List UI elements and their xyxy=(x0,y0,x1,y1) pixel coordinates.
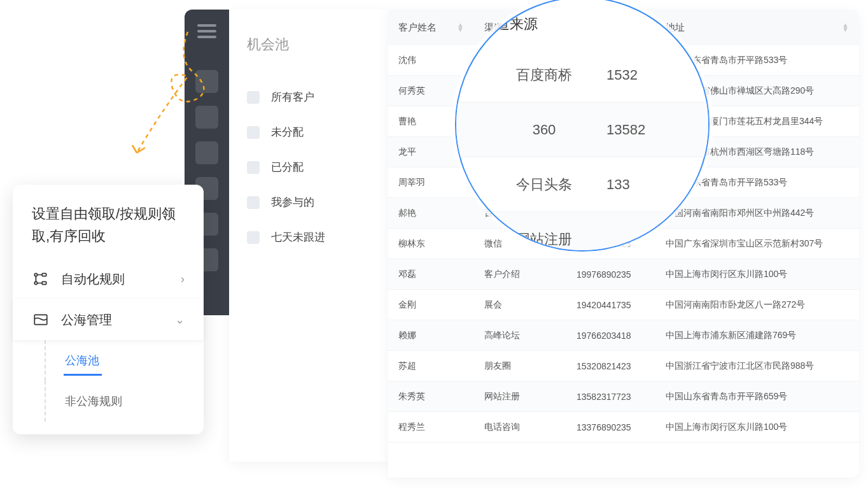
cell-phone: 19420441735 xyxy=(566,300,655,310)
filter-item-2[interactable]: 已分配 xyxy=(247,150,370,185)
filter-item-4[interactable]: 七天未跟进 xyxy=(247,220,370,255)
svg-rect-3 xyxy=(42,282,46,285)
cell-channel: 高峰论坛 xyxy=(474,330,566,341)
settings-label-pool: 公海管理 xyxy=(61,311,175,329)
filter-item-0[interactable]: 所有客户 xyxy=(247,80,370,115)
settings-row-automation[interactable]: 自动化规则 › xyxy=(13,259,204,299)
chevron-right-icon: › xyxy=(181,273,185,286)
filter-item-label: 七天未跟进 xyxy=(271,230,325,245)
settings-sub-items: 公海池 非公海规则 xyxy=(13,340,204,422)
checkbox-icon[interactable] xyxy=(247,161,260,174)
cell-name: 程秀兰 xyxy=(388,422,474,433)
chevron-down-icon: ⌄ xyxy=(175,313,185,327)
cell-channel: 展会 xyxy=(474,299,566,311)
mag-cell-channel: 百度商桥 xyxy=(482,66,606,85)
table-row[interactable]: 朱秀英网站注册13582317723中国山东省青岛市开平路659号 xyxy=(388,381,859,412)
filter-item-1[interactable]: 未分配 xyxy=(247,115,370,150)
filter-item-label: 已分配 xyxy=(271,160,304,174)
cell-phone: 19766203418 xyxy=(566,331,655,341)
cell-address: 中国广东省深圳市宝山区示范新村307号 xyxy=(655,238,859,250)
th-address[interactable]: 地址 ▲▼ xyxy=(655,22,859,34)
sort-icon[interactable]: ▲▼ xyxy=(842,23,849,31)
magnifier-row: 百度商桥1532 xyxy=(456,48,708,103)
table-row[interactable]: 程秀兰电话咨询13376890235中国上海市闵行区东川路100号 xyxy=(388,412,859,443)
magnifier-row: 36013582 xyxy=(456,103,708,157)
filter-item-label: 所有客户 xyxy=(271,90,314,104)
cell-address: 中国上海市浦东新区浦建路769号 xyxy=(655,330,859,341)
mag-cell-channel: 360 xyxy=(482,122,606,138)
cell-name: 沈伟 xyxy=(388,55,474,66)
cell-channel: 客户介绍 xyxy=(474,269,566,280)
table-row[interactable]: 苏超朋友圈15320821423中国浙江省宁波市江北区市民路988号 xyxy=(388,351,859,381)
cell-address: 中国山东省青岛市开平路659号 xyxy=(655,391,859,402)
settings-title: 设置自由领取/按规则领取,有序回收 xyxy=(13,203,204,259)
cell-phone: 13582317723 xyxy=(566,392,655,402)
cell-name: 周莘羽 xyxy=(388,177,474,189)
cell-address: 中国河南省南阳市邓州区中州路442号 xyxy=(655,208,859,219)
nav-block-1[interactable] xyxy=(195,70,218,93)
filter-item-label: 我参与的 xyxy=(271,195,314,210)
settings-label-automation: 自动化规则 xyxy=(61,271,181,288)
checkbox-icon[interactable] xyxy=(247,91,260,104)
svg-point-0 xyxy=(34,274,37,276)
cell-address: 中国上海市闵行区东川路100号 xyxy=(655,422,859,433)
magnifier-row: 今日头条133 xyxy=(456,157,708,212)
mag-cell-value: 133 xyxy=(606,176,683,193)
settings-row-pool[interactable]: 公海管理 ⌄ xyxy=(13,299,204,340)
pool-icon xyxy=(32,311,50,329)
sub-item-pool[interactable]: 公海池 xyxy=(45,340,204,381)
sort-icon[interactable]: ▲▼ xyxy=(457,23,464,31)
sub-item-nonpool[interactable]: 非公海规则 xyxy=(45,381,204,422)
mag-cell-value: 13582 xyxy=(606,122,683,138)
cell-address: 中国浙江省宁波市江北区市民路988号 xyxy=(655,360,859,372)
cell-name: 邓磊 xyxy=(388,269,474,280)
hamburger-icon[interactable] xyxy=(197,21,216,41)
cell-phone: 15320821423 xyxy=(566,361,655,371)
table-row[interactable]: 赖娜高峰论坛19766203418中国上海市浦东新区浦建路769号 xyxy=(388,320,859,351)
filter-item-label: 未分配 xyxy=(271,125,304,139)
cell-name: 金刚 xyxy=(388,299,474,311)
checkbox-icon[interactable] xyxy=(247,196,260,209)
nav-block-3[interactable] xyxy=(195,141,218,164)
cell-name: 朱秀英 xyxy=(388,391,474,402)
settings-card: 设置自由领取/按规则领取,有序回收 自动化规则 › 公海管理 ⌄ 公海池 非公海… xyxy=(13,185,204,434)
svg-rect-2 xyxy=(42,274,46,276)
cell-address: 中国上海市闵行区东川路100号 xyxy=(655,269,859,280)
checkbox-icon[interactable] xyxy=(247,126,260,139)
magnifier-lens: 渠道来源 ▲▼ 百度商桥153236013582今日头条133网站注册 xyxy=(455,0,710,252)
table-row[interactable]: 邓磊客户介绍19976890235中国上海市闵行区东川路100号 xyxy=(388,259,859,290)
mag-cell-channel: 今日头条 xyxy=(482,175,606,194)
cell-name: 赖娜 xyxy=(388,330,474,341)
cell-name: 柳林东 xyxy=(388,238,474,250)
th-name-label: 客户姓名 xyxy=(398,22,437,34)
cell-phone: 19976890235 xyxy=(566,269,655,280)
cell-channel: 网站注册 xyxy=(474,391,566,402)
filter-panel-title: 机会池 xyxy=(247,35,370,54)
nav-block-2[interactable] xyxy=(195,106,218,129)
svg-point-1 xyxy=(34,282,37,285)
th-name[interactable]: 客户姓名 ▲▼ xyxy=(388,22,474,34)
filter-panel: 机会池 所有客户未分配已分配我参与的七天未跟进 xyxy=(229,10,388,462)
flow-icon xyxy=(32,270,50,288)
cell-name: 郝艳 xyxy=(388,208,474,219)
filter-item-3[interactable]: 我参与的 xyxy=(247,185,370,220)
cell-channel: 朋友圈 xyxy=(474,360,566,372)
mag-cell-value: 1532 xyxy=(606,67,683,83)
table-row[interactable]: 金刚展会19420441735中国河南南阳市卧龙区八一路272号 xyxy=(388,290,859,320)
cell-phone: 13376890235 xyxy=(566,422,655,432)
cell-name: 苏超 xyxy=(388,360,474,372)
cell-address: 中国河南南阳市卧龙区八一路272号 xyxy=(655,299,859,311)
cell-channel: 电话咨询 xyxy=(474,422,566,433)
checkbox-icon[interactable] xyxy=(247,231,260,244)
